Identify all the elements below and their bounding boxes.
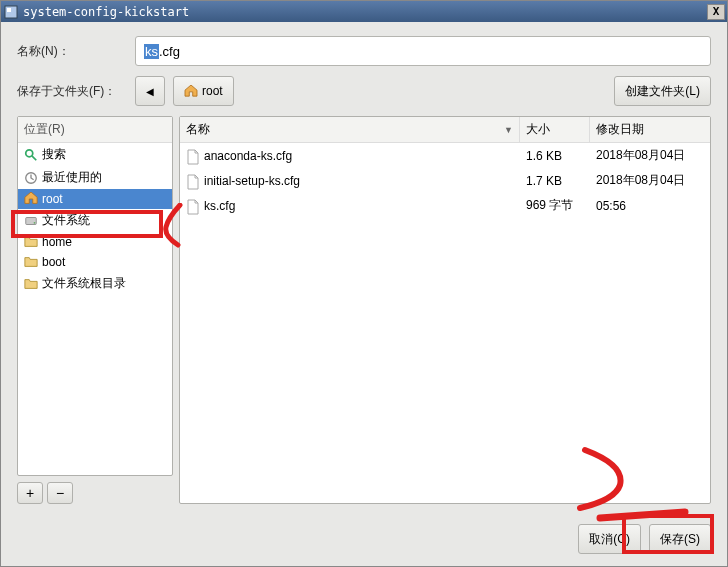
close-button[interactable]: X <box>707 4 725 20</box>
path-segment-root[interactable]: root <box>173 76 234 106</box>
sort-indicator-icon: ▼ <box>504 125 513 135</box>
column-headers: 名称 ▼ 大小 修改日期 <box>180 117 710 143</box>
sidebar-item-label: root <box>42 192 63 206</box>
svg-point-2 <box>26 149 33 156</box>
svg-line-3 <box>32 155 36 159</box>
filename-row: 名称(N)： ks.cfg <box>17 36 711 66</box>
folder-icon <box>24 255 38 269</box>
column-name[interactable]: 名称 ▼ <box>180 117 520 142</box>
file-name: ks.cfg <box>204 199 235 213</box>
file-icon <box>186 199 200 213</box>
sidebar-item-3[interactable]: 文件系统 <box>18 209 172 232</box>
sidebar-item-4[interactable]: home <box>18 232 172 252</box>
cancel-button[interactable]: 取消(C) <box>578 524 641 554</box>
file-row[interactable]: ks.cfg969 字节05:56 <box>180 193 710 218</box>
recent-icon <box>24 171 38 185</box>
svg-point-6 <box>34 221 36 223</box>
save-button[interactable]: 保存(S) <box>649 524 711 554</box>
file-rows: anaconda-ks.cfg1.6 KB2018年08月04日initial-… <box>180 143 710 503</box>
sidebar-item-0[interactable]: 搜索 <box>18 143 172 166</box>
file-row[interactable]: anaconda-ks.cfg1.6 KB2018年08月04日 <box>180 143 710 168</box>
home-icon <box>24 192 38 206</box>
sidebar-item-6[interactable]: 文件系统根目录 <box>18 272 172 295</box>
column-date[interactable]: 修改日期 <box>590 117 710 142</box>
file-date: 2018年08月04日 <box>590 145 710 166</box>
save-dialog: system-config-kickstart X 名称(N)： ks.cfg … <box>0 0 728 567</box>
save-in-label: 保存于文件夹(F)： <box>17 83 127 100</box>
chevron-left-icon: ◀ <box>146 86 154 97</box>
file-date: 2018年08月04日 <box>590 170 710 191</box>
add-place-button[interactable]: + <box>17 482 43 504</box>
window-title: system-config-kickstart <box>23 5 707 19</box>
filename-selection: ks <box>144 44 159 59</box>
sidebar-item-1[interactable]: 最近使用的 <box>18 166 172 189</box>
places-list: 搜索最近使用的root文件系统homeboot文件系统根目录 <box>18 143 172 475</box>
sidebar-item-label: 搜索 <box>42 146 66 163</box>
file-list-pane: 名称 ▼ 大小 修改日期 anaconda-ks.cfg1.6 KB2018年0… <box>179 116 711 504</box>
file-row[interactable]: initial-setup-ks.cfg1.7 KB2018年08月04日 <box>180 168 710 193</box>
dialog-content: 名称(N)： ks.cfg 保存于文件夹(F)： ◀ root 创建文件夹(L) <box>1 22 727 566</box>
sidebar-item-2[interactable]: root <box>18 189 172 209</box>
search-icon <box>24 148 38 162</box>
create-folder-label: 创建文件夹(L) <box>625 83 700 100</box>
file-size: 1.6 KB <box>520 145 590 166</box>
filename-input[interactable]: ks.cfg <box>135 36 711 66</box>
file-size: 969 字节 <box>520 195 590 216</box>
file-icon <box>186 174 200 188</box>
file-name: anaconda-ks.cfg <box>204 149 292 163</box>
sidebar-item-label: 最近使用的 <box>42 169 102 186</box>
sidebar-item-label: 文件系统 <box>42 212 90 229</box>
folder-icon <box>24 277 38 291</box>
footer-buttons: 取消(C) 保存(S) <box>17 524 711 554</box>
file-date: 05:56 <box>590 195 710 216</box>
disk-icon <box>24 214 38 228</box>
sidebar-item-label: boot <box>42 255 65 269</box>
sidebar-item-label: 文件系统根目录 <box>42 275 126 292</box>
save-in-row: 保存于文件夹(F)： ◀ root 创建文件夹(L) <box>17 76 711 106</box>
create-folder-button[interactable]: 创建文件夹(L) <box>614 76 711 106</box>
panes: 位置(R) 搜索最近使用的root文件系统homeboot文件系统根目录 + −… <box>17 116 711 504</box>
remove-place-button[interactable]: − <box>47 482 73 504</box>
file-icon <box>186 149 200 163</box>
path-back-button[interactable]: ◀ <box>135 76 165 106</box>
path-segment-label: root <box>202 84 223 98</box>
filename-rest: .cfg <box>159 44 180 59</box>
folder-icon <box>24 235 38 249</box>
titlebar: system-config-kickstart X <box>1 1 727 22</box>
sidebar-item-label: home <box>42 235 72 249</box>
app-icon <box>3 4 19 20</box>
file-size: 1.7 KB <box>520 170 590 191</box>
column-size[interactable]: 大小 <box>520 117 590 142</box>
places-sidebar: 位置(R) 搜索最近使用的root文件系统homeboot文件系统根目录 + − <box>17 116 173 504</box>
svg-rect-1 <box>7 8 11 12</box>
home-icon <box>184 85 198 97</box>
places-header: 位置(R) <box>18 117 172 143</box>
places-controls: + − <box>17 482 173 504</box>
filename-label: 名称(N)： <box>17 43 127 60</box>
file-name: initial-setup-ks.cfg <box>204 174 300 188</box>
sidebar-item-5[interactable]: boot <box>18 252 172 272</box>
